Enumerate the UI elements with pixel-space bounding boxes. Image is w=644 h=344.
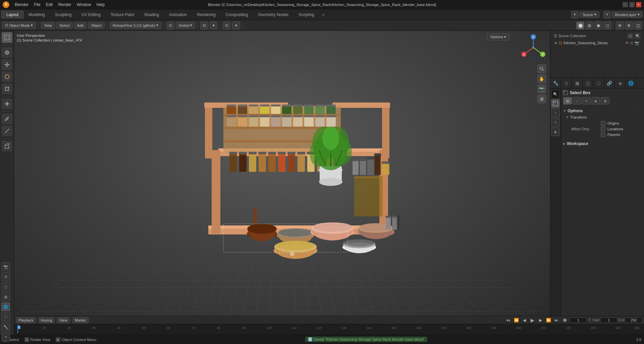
circle-select-icon[interactable]: ○ <box>551 109 560 117</box>
prop-icon-modifier[interactable]: 🔗 <box>604 78 615 88</box>
camera-view[interactable]: 📷 <box>537 84 546 93</box>
jump-end-btn[interactable]: ⏭ <box>553 317 560 324</box>
view-menu[interactable]: View <box>41 22 55 29</box>
render-layer-dropdown-icon[interactable]: ▾ <box>603 11 611 18</box>
proportional-dropdown[interactable]: ▾ <box>232 21 240 29</box>
play-btn[interactable]: ▶ <box>529 317 536 324</box>
transform-orientation[interactable]: Global ▾ <box>176 22 196 29</box>
view-menu-tl[interactable]: View <box>57 317 70 323</box>
select-menu[interactable]: Select <box>56 22 73 29</box>
tab-sculpting[interactable]: Sculpting <box>50 11 76 19</box>
select-box-tool-icon[interactable] <box>551 99 560 108</box>
tab-rendering[interactable]: Rendering <box>192 11 220 19</box>
scene-dropdown-icon[interactable]: ▾ <box>571 11 579 18</box>
mode-selector[interactable]: ⊡ Object Mode ▾ <box>2 22 36 29</box>
viewport-shading-wireframe[interactable]: ◻ <box>603 21 611 29</box>
prev-keyframe-btn[interactable]: ⏪ <box>513 317 520 324</box>
next-frame-btn[interactable]: ▶ <box>537 317 544 324</box>
outliner-filter[interactable]: ⊡ <box>627 33 633 39</box>
lasso-select-icon[interactable]: ∿ <box>551 118 560 127</box>
mode-select-box[interactable]: ⊡ <box>563 97 572 105</box>
locations-checkbox[interactable] <box>601 127 605 131</box>
prop-icon-scene[interactable]: ▦ <box>572 78 583 88</box>
workspace-section-header[interactable]: ▶ Workspace ⋮⋮ <box>563 140 642 147</box>
current-frame-field[interactable]: 1 <box>570 318 587 323</box>
tab-layout[interactable]: Layout <box>1 11 23 19</box>
transform-tool[interactable] <box>2 98 12 109</box>
snap-settings[interactable]: ▾ <box>210 21 218 29</box>
add-cube-tool[interactable] <box>2 141 12 151</box>
select-tool[interactable] <box>2 32 12 43</box>
viewport-shading-solid[interactable]: ⬤ <box>576 21 584 29</box>
snap-toggle[interactable]: ⊡ <box>200 21 208 29</box>
viewport-shading-material[interactable]: ◍ <box>585 21 593 29</box>
viewport-shading-rendered[interactable]: ◉ <box>594 21 602 29</box>
tab-scripting[interactable]: Scripting <box>293 11 319 19</box>
prop-icon-view[interactable]: ⊙ <box>561 78 572 88</box>
render-icon[interactable]: 📷 <box>635 41 639 45</box>
menu-window[interactable]: Window <box>74 2 94 8</box>
menu-help[interactable]: Help <box>94 2 107 8</box>
menu-file[interactable]: File <box>31 2 43 8</box>
axis-gizmo[interactable]: Z X Y <box>520 34 547 61</box>
all-select-icon[interactable]: ◈ <box>551 127 560 136</box>
minimize-button[interactable]: – <box>623 2 628 7</box>
end-frame-field[interactable]: 250 <box>625 318 642 323</box>
tab-modeling[interactable]: Modeling <box>23 11 50 19</box>
proportional-edit[interactable]: ⊙ <box>223 21 231 29</box>
prop-icon-material[interactable]: 🌐 <box>626 78 636 88</box>
playback-menu[interactable]: Playback <box>16 317 36 323</box>
visibility-icon[interactable]: 👁 <box>625 41 629 45</box>
menu-edit[interactable]: Edit <box>43 2 56 8</box>
tab-texture-paint[interactable]: Texture Paint <box>106 11 139 19</box>
origins-checkbox[interactable] <box>601 121 605 126</box>
scale-tool[interactable] <box>2 83 12 94</box>
tab-geometry-nodes[interactable]: Geometry Nodes <box>253 11 293 19</box>
transform-section-header[interactable]: ▼ Transform <box>566 115 642 120</box>
measure-tool[interactable] <box>2 126 12 136</box>
transform-pivot[interactable]: ⊙ <box>166 21 174 29</box>
zoom-to-fit[interactable] <box>537 64 546 73</box>
show-gizmo[interactable]: ⊕ <box>616 21 624 29</box>
outliner-collection-item[interactable]: ▶ ⊡ Kitchen_Seasoning_Storac 👁 ⊡ 📷 <box>552 40 642 46</box>
close-button[interactable]: ✕ <box>636 2 641 7</box>
object-menu[interactable]: Object <box>88 22 105 29</box>
start-frame-field[interactable]: 1 <box>600 318 617 323</box>
props-search-input[interactable]: 🔍 <box>551 90 560 98</box>
prop-icon-world[interactable]: ◫ <box>583 78 593 88</box>
scene-selector[interactable]: Scene ▾ <box>580 11 599 18</box>
tab-animation[interactable]: Animation <box>164 11 192 19</box>
prev-frame-btn[interactable]: ◀ <box>521 317 528 324</box>
tab-compositing[interactable]: Compositing <box>221 11 253 19</box>
marker-menu[interactable]: Marker <box>72 317 89 323</box>
mode-select-circle[interactable]: ○ <box>573 97 581 105</box>
add-workspace-button[interactable]: + <box>319 11 327 19</box>
rotate-tool[interactable] <box>2 71 12 82</box>
menu-blender[interactable]: Blender <box>12 2 31 8</box>
orthographic-view[interactable]: ⊞ <box>537 94 546 103</box>
prop-icon-tools[interactable]: 🔧 <box>550 78 561 88</box>
options-section-header[interactable]: ▼ Options ⋮⋮ <box>563 107 642 114</box>
render-layer-selector[interactable]: RenderLayer ▾ <box>612 11 643 18</box>
prop-icon-data[interactable]: ◈ <box>615 78 626 88</box>
xray-toggle[interactable]: ◫ <box>634 21 642 29</box>
viewport-display-icon[interactable]: ⊡ <box>630 41 633 45</box>
mode-select-2[interactable]: ⊞ <box>601 97 609 105</box>
cursor-tool[interactable] <box>2 47 12 58</box>
timeline-track[interactable]: 1 10 20 30 40 50 60 70 80 90 100 <box>14 324 644 335</box>
outliner-search[interactable]: 🔍 <box>635 33 641 39</box>
tab-shading[interactable]: Shading <box>139 11 164 19</box>
parents-checkbox[interactable] <box>601 132 605 137</box>
move-tool[interactable] <box>2 59 12 70</box>
mode-select-lasso[interactable]: ∿ <box>582 97 591 105</box>
prop-icon-object[interactable]: ⬡ <box>593 78 604 88</box>
menu-render[interactable]: Render <box>55 2 74 8</box>
options-button[interactable]: Options ▾ <box>487 33 510 41</box>
tab-uv-editing[interactable]: UV Editing <box>76 11 106 19</box>
show-overlay[interactable]: ⊕ <box>625 21 633 29</box>
pan-view[interactable]: ✋ <box>537 74 546 83</box>
addon-selector[interactable]: RetopoFlow 3.2.6 (github) ▾ <box>110 22 161 29</box>
add-menu[interactable]: Add <box>74 22 87 29</box>
annotate-tool[interactable] <box>2 114 12 124</box>
jump-start-btn[interactable]: ⏮ <box>505 317 512 324</box>
